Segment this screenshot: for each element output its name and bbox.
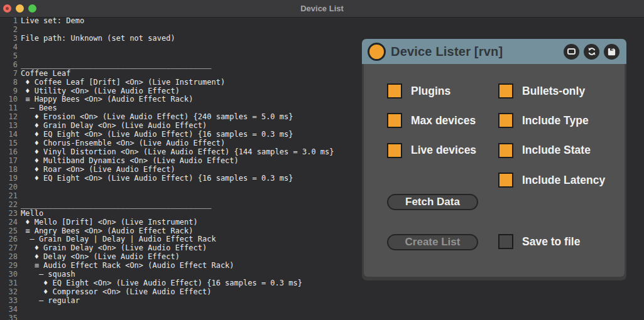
line-number: 21 (0, 192, 18, 201)
line-text: ♦ Roar <On> (Live Audio Effect) (18, 166, 175, 174)
line-text: ≡ Happy Bees <On> (Audio Effect Rack) (18, 95, 194, 104)
line-text (18, 314, 21, 320)
editor-line: 11 – Bees (0, 104, 361, 113)
line-text: ♦ Mello [Drift] <On> (Live Instrument) (18, 218, 198, 227)
editor-line: 22______________________________________… (0, 201, 361, 210)
editor-line: 12 ♦ Erosion <On> (Live Audio Effect) {2… (0, 113, 361, 122)
window-frame-icon (567, 48, 576, 55)
line-text: – regular (18, 297, 80, 306)
line-text: ♦ EQ Eight <On> (Live Audio Effect) {16 … (18, 174, 293, 183)
editor-line: 27 ♦ Grain Delay <On> (Live Audio Effect… (0, 244, 361, 253)
editor-line: 20 (0, 183, 361, 192)
editor-line: 16 ♦ Vinyl Distortion <On> (Live Audio E… (0, 148, 361, 157)
editor-line: 32 ♦ Compressor <On> (Live Audio Effect) (0, 288, 361, 297)
line-text: ♦ EQ Eight <On> (Live Audio Effect) {16 … (18, 131, 293, 139)
checkbox-row: Include Type (498, 113, 589, 128)
window-titlebar: Device List (0, 0, 644, 18)
editor-line: 14 ♦ EQ Eight <On> (Live Audio Effect) {… (0, 131, 361, 139)
sync-button[interactable] (584, 44, 599, 60)
panel-body: PluginsMax devicesLive devices Bullets-o… (364, 64, 625, 277)
line-text: Mello (18, 210, 43, 218)
line-number: 25 (0, 227, 18, 236)
line-number: 28 (0, 253, 18, 262)
line-number: 8 (0, 78, 18, 87)
checkbox-row: Plugins (387, 83, 450, 99)
max-devices-checkbox[interactable] (387, 113, 402, 128)
editor-line: 5 (0, 52, 361, 61)
line-number: 18 (0, 166, 18, 174)
line-number: 23 (0, 210, 18, 218)
editor-line: 10 ≡ Happy Bees <On> (Audio Effect Rack) (0, 95, 361, 104)
checkbox-row: Max devices (387, 113, 476, 128)
sync-icon (587, 46, 597, 56)
line-number: 2 (0, 26, 18, 35)
line-text: ♦ Coffee Leaf [Drift] <On> (Live Instrum… (18, 78, 225, 87)
line-text (18, 192, 21, 201)
save-to-file-checkbox[interactable] (498, 234, 513, 249)
device-lister-panel: Device Lister [rvn] (362, 39, 626, 280)
create-list-button[interactable]: Create List (387, 234, 478, 250)
checkbox-label: Live devices (411, 144, 476, 157)
panel-header: Device Lister [rvn] (362, 39, 626, 64)
editor-line: 2 (0, 26, 361, 35)
line-text: ♦ Chorus-Ensemble <On> (Live Audio Effec… (18, 139, 225, 148)
checkbox-label: Include Type (522, 114, 589, 127)
checkbox-row: Include Latency (498, 173, 605, 188)
line-text: – Grain Delay | Delay | Audio Effect Rac… (18, 235, 216, 244)
save-to-file-row: Save to file (498, 234, 580, 249)
editor-line: 34 (0, 306, 361, 314)
line-text (18, 183, 21, 192)
line-number: 1 (0, 17, 18, 26)
device-power-toggle[interactable] (368, 43, 386, 61)
save-file-button[interactable] (604, 44, 619, 60)
checkbox-label: Include State (522, 144, 591, 157)
line-text: ♦ Grain Delay <On> (Live Audio Effect) (18, 122, 207, 131)
include-latency-checkbox[interactable] (498, 173, 513, 188)
editor-line: 18 ♦ Roar <On> (Live Audio Effect) (0, 166, 361, 174)
line-text: ♦ EQ Eight <On> (Live Audio Effect) {16 … (18, 279, 302, 288)
checkbox-label: Plugins (411, 85, 450, 98)
editor-line: 19 ♦ EQ Eight <On> (Live Audio Effect) {… (0, 174, 361, 183)
editor-line: 4 (0, 43, 361, 52)
window-title: Device List (0, 0, 644, 18)
line-number: 32 (0, 288, 18, 297)
editor-line: 15 ♦ Chorus-Ensemble <On> (Live Audio Ef… (0, 139, 361, 148)
line-text: ________________________________________… (18, 61, 211, 70)
line-text: ♦ Compressor <On> (Live Audio Effect) (18, 288, 211, 297)
live-devices-checkbox[interactable] (387, 143, 402, 158)
line-number: 27 (0, 244, 18, 253)
line-text: ♦ Grain Delay <On> (Live Audio Effect) (18, 244, 207, 253)
line-number: 14 (0, 131, 18, 139)
window-frame-button[interactable] (564, 44, 579, 60)
line-text: ♦ Utility <On> (Live Audio Effect) (18, 87, 180, 96)
include-state-checkbox[interactable] (498, 143, 513, 158)
editor-line: 21 (0, 192, 361, 201)
checkbox-label: Max devices (411, 114, 476, 127)
device-list-text-editor[interactable]: 1Live set: Demo23File path: Unknown (set… (0, 17, 361, 320)
save-to-file-label: Save to file (522, 235, 580, 248)
checkbox-row: Live devices (387, 143, 476, 158)
fetch-data-button[interactable]: Fetch Data (387, 194, 478, 210)
editor-line: 35 (0, 314, 361, 320)
include-type-checkbox[interactable] (498, 113, 513, 128)
line-number: 29 (0, 262, 18, 270)
line-number: 16 (0, 148, 18, 157)
panel-title: Device Lister [rvn] (391, 45, 503, 59)
editor-line: 8 ♦ Coffee Leaf [Drift] <On> (Live Instr… (0, 78, 361, 87)
line-number: 3 (0, 35, 18, 43)
line-text: ♦ Vinyl Distortion <On> (Live Audio Effe… (18, 148, 334, 157)
checkbox-row: Bullets-only (498, 83, 585, 99)
line-number: 11 (0, 104, 18, 113)
line-text (18, 306, 21, 314)
line-number: 19 (0, 174, 18, 183)
checkbox-label: Bullets-only (522, 85, 585, 98)
bullets-only-checkbox[interactable] (498, 83, 513, 99)
line-number: 24 (0, 218, 18, 227)
line-text: ♦ Multiband Dynamics <On> (Live Audio Ef… (18, 157, 239, 166)
line-text: ♦ Erosion <On> (Live Audio Effect) {240 … (18, 113, 293, 122)
editor-line: 28 ♦ Delay <On> (Live Audio Effect) (0, 253, 361, 262)
editor-line: 1Live set: Demo (0, 17, 361, 26)
editor-line: 23Mello (0, 210, 361, 218)
plugins-checkbox[interactable] (387, 83, 402, 99)
line-text (18, 26, 21, 35)
